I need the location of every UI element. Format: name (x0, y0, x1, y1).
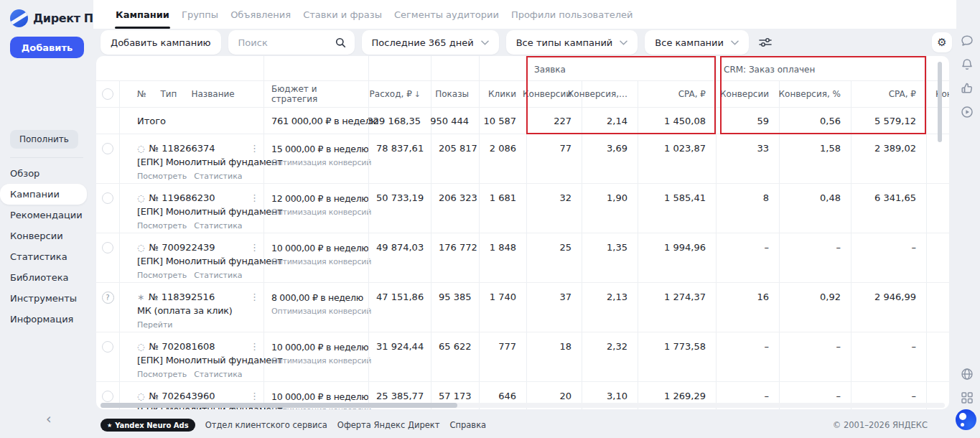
campaign-strategy: Оптимизация конверсий (271, 307, 361, 316)
horizontal-scrollbar[interactable] (101, 403, 945, 408)
tab[interactable]: Сегменты аудитории (394, 9, 499, 20)
right-rail-top (958, 33, 976, 119)
cell-shows: 95 385 (431, 283, 479, 332)
chevron-down-icon (731, 40, 739, 45)
tab[interactable]: Профили пользователей (511, 9, 633, 20)
cell-spend: 78 837,61 (368, 134, 431, 183)
footer: ★ Yandex Neuro Ads Отдел клиентского сер… (101, 419, 949, 432)
sidebar-item[interactable]: Информация (0, 309, 87, 330)
sidebar-item[interactable]: Статистика (0, 246, 87, 267)
sidebar-item[interactable]: Инструменты (0, 288, 87, 309)
campaign-budget: 10 000,00 ₽ в неделю (271, 233, 361, 253)
notifications-bell-icon[interactable] (960, 57, 975, 72)
col-header-budget: Бюджет и стратегия (263, 81, 368, 107)
campaign-strategy: Оптимизация конверсий (271, 257, 361, 266)
cell-conv2: 33 (716, 134, 779, 183)
neuro-ads-badge[interactable]: ★ Yandex Neuro Ads (101, 419, 195, 432)
assistant-bubble-button[interactable] (956, 409, 976, 430)
row-link[interactable]: Статистика (194, 271, 242, 280)
totals-cpa2: 5 579,12 (851, 108, 926, 134)
row-link[interactable]: Статистика (194, 370, 242, 379)
tab[interactable]: Объявления (230, 9, 291, 20)
select-all-checkbox[interactable] (102, 88, 113, 100)
vertical-scrollbar-thumb[interactable] (938, 62, 942, 142)
horizontal-scrollbar-thumb[interactable] (101, 403, 457, 408)
col-header-convpct2[interactable]: Конверсия, % (779, 81, 851, 107)
row-checkbox[interactable] (102, 242, 113, 253)
row-link[interactable]: Статистика (194, 172, 242, 181)
col-header-cpa1[interactable]: CPA, ₽ (638, 81, 716, 107)
add-campaign-button[interactable]: Добавить кампанию (101, 30, 221, 55)
row-menu-icon[interactable] (250, 341, 259, 352)
row-links: ПосмотретьСтатистика (137, 172, 256, 181)
cell-shows: 205 817 (431, 134, 479, 183)
row-link[interactable]: Посмотреть (137, 370, 187, 379)
col-header-conv2[interactable]: Конверсии (716, 81, 779, 107)
row-links: ПосмотретьСтатистика (137, 370, 256, 379)
row-link[interactable]: Посмотреть (137, 221, 187, 230)
col-header-clicks[interactable]: Клики (479, 81, 526, 107)
sidebar-item[interactable]: Библиотека (0, 267, 87, 288)
campaign-name: МК (оплата за клик) (137, 305, 256, 316)
table-header-row: № Тип Название Бюджет и стратегия Расход… (96, 81, 949, 108)
campaign-number: № 119686230 (149, 192, 215, 203)
footer-link[interactable]: Отдел клиентского сервиса (205, 420, 327, 430)
columns-filter-icon[interactable] (756, 37, 775, 48)
row-checkbox[interactable] (102, 192, 113, 204)
table-row: ◌ № 119686230 [ЕПК] Монолитный фундамент… (96, 184, 949, 233)
row-menu-icon[interactable] (250, 391, 259, 401)
campaign-status-icon: ◌ (137, 392, 144, 401)
cell-cpa2: 2 389,02 (851, 134, 926, 183)
cell-shows: 176 772 (431, 233, 479, 282)
footer-link[interactable]: Справка (449, 420, 486, 430)
row-link[interactable]: Посмотреть (137, 271, 187, 280)
filter-dropdown[interactable]: Все кампании (645, 30, 749, 55)
row-link[interactable]: Перейти (137, 320, 173, 330)
footer-link[interactable]: Оферта Яндекс Директ (337, 420, 440, 430)
cell-convpct1: 2,32 (582, 332, 638, 381)
row-menu-icon[interactable] (250, 292, 259, 302)
cell-convpct2: 0,92 (779, 283, 851, 332)
totals-label: Итого (119, 108, 263, 134)
cell-cpa1: 1 023,87 (638, 134, 716, 183)
col-header-convpct1[interactable]: Конверсия,… (582, 81, 638, 107)
thumbs-up-icon[interactable] (960, 80, 975, 95)
totals-conv2: 59 (716, 108, 779, 134)
topup-button[interactable]: Пополнить (10, 130, 78, 149)
col-header-spend[interactable]: Расход, ₽ (368, 81, 431, 107)
add-button[interactable]: Добавить (10, 37, 84, 58)
cell-clicks: 777 (479, 332, 526, 381)
col-header-shows[interactable]: Показы (431, 81, 479, 107)
tab[interactable]: Ставки и фразы (303, 9, 382, 20)
help-icon[interactable] (102, 292, 114, 304)
row-link[interactable]: Статистика (194, 221, 242, 230)
totals-row: Итого 761 000,00 ₽ в неделю 329 168,35 9… (96, 108, 949, 134)
services-grid-icon[interactable] (960, 390, 975, 405)
row-menu-icon[interactable] (250, 242, 259, 253)
tab[interactable]: Группы (182, 9, 218, 20)
row-menu-icon[interactable] (250, 192, 259, 203)
row-menu-icon[interactable] (250, 143, 259, 154)
row-checkbox[interactable] (102, 341, 113, 353)
row-checkbox[interactable] (102, 143, 113, 154)
col-header-cpa2[interactable]: CPA, ₽ (851, 81, 926, 107)
chat-icon[interactable] (960, 33, 975, 48)
video-play-icon[interactable] (960, 104, 975, 119)
sidebar-item[interactable]: Кампании (0, 184, 87, 205)
row-checkbox[interactable] (102, 391, 113, 402)
filter-dropdown[interactable]: Последние 365 дней (362, 30, 499, 55)
sidebar-item[interactable]: Рекомендации (0, 205, 87, 225)
tab[interactable]: Кампании (116, 9, 169, 20)
collapse-sidebar-icon[interactable] (46, 412, 52, 426)
globe-icon[interactable] (960, 366, 975, 381)
filter-dropdown[interactable]: Все типы кампаний (506, 30, 638, 55)
sidebar-item[interactable]: Обзор (0, 163, 87, 184)
cell-conv2: 16 (716, 283, 779, 332)
search-box[interactable] (228, 30, 355, 55)
cell-shows: 206 323 (431, 184, 479, 233)
cell-cpa2: – (851, 233, 926, 282)
search-input[interactable] (238, 37, 323, 48)
table-settings-button[interactable] (932, 32, 952, 52)
row-link[interactable]: Посмотреть (137, 172, 187, 181)
sidebar-item[interactable]: Конверсии (0, 225, 87, 246)
